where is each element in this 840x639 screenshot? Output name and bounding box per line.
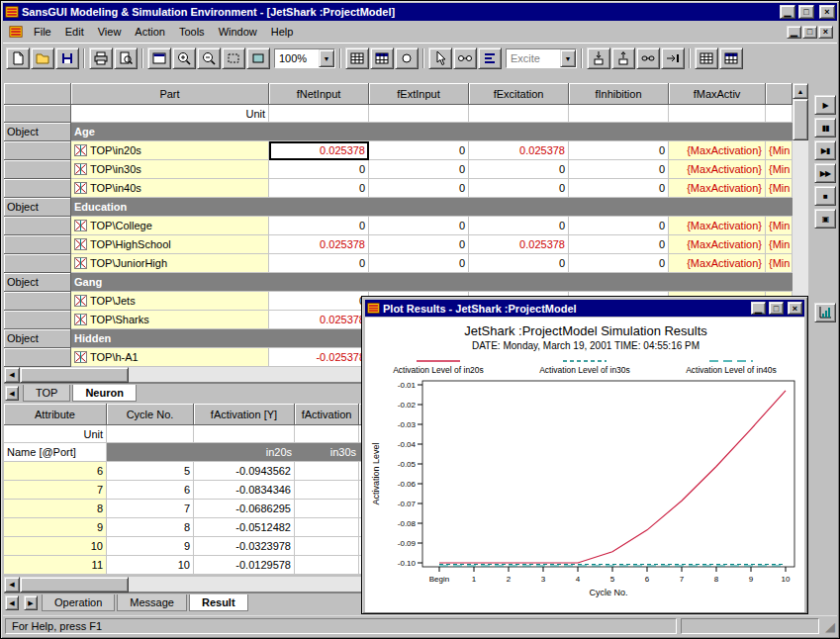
close-button[interactable]: ×: [819, 5, 835, 19]
row-number-cell[interactable]: 9: [4, 518, 107, 537]
menu-edit[interactable]: Edit: [58, 23, 91, 41]
grid-cell[interactable]: 0: [269, 179, 369, 198]
grid-cell[interactable]: 0: [569, 141, 669, 160]
column-header-factivation-y[interactable]: fActivation [Y]: [194, 404, 295, 425]
grid-cell[interactable]: 0.025378: [269, 235, 369, 254]
part-name-cell[interactable]: TOP\Jets: [71, 292, 269, 311]
column-header-partial[interactable]: [766, 83, 793, 105]
column-header-fextinput[interactable]: fExtInput: [369, 83, 469, 105]
plot-results-button[interactable]: [814, 303, 836, 322]
document-icon[interactable]: [9, 25, 23, 39]
print-preview-button[interactable]: [114, 47, 138, 69]
plot-minimize-button[interactable]: ▁: [751, 302, 766, 315]
row-header[interactable]: [4, 179, 71, 198]
cycle-cell[interactable]: 10: [107, 556, 194, 575]
schema-view-button[interactable]: [695, 47, 718, 69]
grid-cell[interactable]: {MaxActivation}: [669, 217, 766, 235]
row-header[interactable]: [4, 235, 71, 254]
dropdown-arrow-icon[interactable]: ▼: [319, 49, 334, 67]
object-row-header[interactable]: Object: [4, 198, 71, 217]
grid-cell[interactable]: 0: [269, 292, 369, 311]
grid-cell[interactable]: {MaxActivation}: [669, 179, 766, 198]
plot-close-button[interactable]: ×: [788, 302, 802, 315]
column-header-attribute[interactable]: Attribute: [4, 404, 107, 425]
column-header-finhibition[interactable]: fInhibition: [569, 83, 669, 105]
data-view-button[interactable]: [719, 47, 743, 69]
object-row-header[interactable]: Object: [4, 329, 71, 348]
activation-cell[interactable]: -0.0512482: [194, 518, 295, 537]
row-header[interactable]: [4, 348, 71, 367]
tab-scroll-left-button[interactable]: ◀: [5, 595, 19, 610]
grid-cell[interactable]: [669, 105, 766, 123]
grid-cell[interactable]: [269, 105, 369, 123]
stop-button[interactable]: ■: [814, 186, 836, 206]
grid-cell[interactable]: 0.025378: [469, 235, 569, 254]
grid-cell[interactable]: 0: [269, 217, 369, 235]
mdi-restore-button[interactable]: □: [802, 26, 817, 39]
grid-cell[interactable]: [295, 500, 359, 518]
step-out-button[interactable]: [611, 47, 635, 69]
node-button[interactable]: [395, 47, 419, 69]
grid-cell[interactable]: 0: [369, 141, 469, 160]
part-name-cell[interactable]: TOP\JuniorHigh: [71, 254, 269, 273]
save-button[interactable]: [55, 47, 79, 69]
grid-cell[interactable]: 0: [469, 160, 569, 179]
format-table-button[interactable]: [370, 47, 394, 69]
row-header[interactable]: [4, 217, 71, 235]
grid-cell[interactable]: {Min: [766, 179, 793, 198]
grid-cell[interactable]: 0: [369, 217, 469, 235]
tab-scroll-left-button[interactable]: ◀: [5, 386, 19, 401]
new-document-button[interactable]: [6, 47, 30, 69]
cycle-cell[interactable]: 6: [107, 481, 194, 500]
group-label-age[interactable]: Age: [71, 123, 793, 141]
grid-cell[interactable]: 0: [469, 254, 569, 273]
column-header-part[interactable]: Part: [71, 83, 269, 105]
row-number-cell[interactable]: 10: [4, 537, 107, 556]
run-to-button[interactable]: [661, 47, 685, 69]
title-bar[interactable]: SansGUI Modeling & Simulation Environmen…: [3, 3, 837, 21]
grid-cell[interactable]: {MaxActivation}: [669, 254, 766, 273]
tab-top[interactable]: TOP: [23, 385, 70, 402]
run-to-end-button[interactable]: ▶▶: [814, 163, 836, 183]
grid-cell[interactable]: 0: [469, 217, 569, 235]
menu-view[interactable]: View: [91, 23, 129, 41]
grid-cell[interactable]: [107, 425, 194, 443]
port-header-in30s[interactable]: in30s: [295, 443, 359, 462]
name-port-label-cell[interactable]: Name [@Port]: [4, 443, 107, 462]
link-parts-button[interactable]: [453, 47, 477, 69]
port-header-in20s[interactable]: in20s: [194, 443, 295, 462]
scroll-left-button[interactable]: ◀: [4, 577, 20, 593]
row-header[interactable]: [4, 160, 71, 179]
column-header-fnetinput[interactable]: fNetInput: [269, 83, 369, 105]
object-row-header[interactable]: Object: [4, 273, 71, 292]
column-header-fexcitation[interactable]: fExcitation: [469, 83, 569, 105]
open-button[interactable]: [31, 47, 54, 69]
tab-message[interactable]: Message: [117, 594, 187, 611]
mdi-close-button[interactable]: ×: [818, 26, 833, 39]
row-header[interactable]: [4, 141, 71, 160]
row-number-cell[interactable]: 6: [4, 462, 107, 481]
activation-cell[interactable]: -0.0834346: [194, 481, 295, 500]
cycle-cell[interactable]: 9: [107, 537, 194, 556]
scrollbar-thumb[interactable]: [20, 577, 129, 593]
grid-cell[interactable]: 0: [469, 179, 569, 198]
grid-cell[interactable]: {MaxActivation}: [669, 141, 766, 160]
schema-table-button[interactable]: [345, 47, 369, 69]
grid-cell[interactable]: [766, 105, 793, 123]
grid-cell[interactable]: 0: [369, 235, 469, 254]
run-button[interactable]: ▶: [814, 95, 836, 115]
grid-cell[interactable]: [369, 105, 469, 123]
zoom-out-button[interactable]: [197, 47, 221, 69]
grid-cell[interactable]: {Min: [766, 254, 793, 273]
row-header[interactable]: [4, 105, 71, 123]
zoom-filled-button[interactable]: [246, 47, 270, 69]
minimize-button[interactable]: ▁: [780, 5, 795, 19]
part-name-cell[interactable]: TOP\in40s: [71, 179, 269, 198]
excite-mode-combo[interactable]: Excite ▼: [506, 48, 577, 68]
group-label-gang[interactable]: Gang: [71, 273, 793, 292]
tab-scroll-right-button[interactable]: ▶: [24, 595, 38, 610]
grid-corner-header[interactable]: [4, 83, 71, 105]
port-header-blank[interactable]: [107, 443, 194, 462]
part-name-cell[interactable]: TOP\h-A1: [71, 348, 269, 367]
part-name-cell[interactable]: TOP\College: [71, 217, 269, 235]
